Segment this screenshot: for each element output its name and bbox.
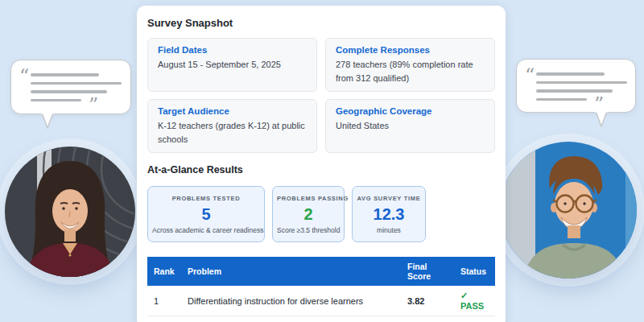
info-label: Target Audience: [158, 106, 307, 116]
stat-sublabel: Across academic & career readiness: [152, 226, 260, 234]
score-cell: 3.67: [401, 316, 454, 322]
quote-line: [536, 98, 587, 101]
score-cell: 3.82: [401, 286, 454, 316]
stat-label: PROBLEMS TESTED: [152, 195, 260, 202]
column-header-rank: Rank: [147, 257, 181, 286]
status-badge: ✓ PASS: [454, 316, 495, 322]
quote-line: [31, 90, 107, 93]
info-value: 278 teachers (89% completion rate from 3…: [336, 58, 485, 85]
rank-cell: 2: [147, 316, 181, 322]
stat-label: PROBLEMS PASSING: [277, 195, 340, 202]
table-row: 2 Providing timely, meaningful feedback …: [147, 316, 495, 322]
avatar-man: [500, 142, 637, 279]
quote-line: [536, 81, 627, 85]
stat-value: 5: [152, 205, 260, 224]
info-grid: Field Dates August 15 - September 5, 202…: [147, 38, 495, 153]
stats-row: PROBLEMS TESTED 5 Across academic & care…: [147, 186, 495, 242]
stat-value: 2: [277, 205, 340, 224]
column-header-problem: Problem: [181, 257, 401, 286]
testimonial-bubble-right: “ ”: [516, 59, 636, 113]
info-box-complete-responses: Complete Responses 278 teachers (89% com…: [325, 38, 495, 92]
info-value: United States: [336, 119, 485, 133]
status-badge: ✓ PASS: [454, 286, 495, 316]
info-label: Complete Responses: [336, 45, 485, 55]
quote-line: [31, 99, 81, 102]
card-title: Survey Snapshot: [147, 17, 495, 29]
info-box-geographic-coverage: Geographic Coverage United States: [325, 99, 495, 153]
quote-line: [31, 73, 99, 76]
problem-cell: Providing timely, meaningful feedback on…: [181, 316, 401, 322]
avatar-woman: [5, 147, 135, 277]
info-value: August 15 - September 5, 2025: [158, 58, 307, 72]
quote-line: [31, 82, 122, 85]
stat-sublabel: Score ≥3.5 threshold: [277, 226, 340, 234]
page-background: “ ” “ ”: [0, 0, 644, 322]
info-box-target-audience: Target Audience K-12 teachers (grades K-…: [147, 99, 317, 153]
stat-sublabel: minutes: [357, 226, 421, 234]
bubble-tail: [40, 112, 56, 130]
quote-line: [536, 89, 613, 93]
stat-card-problems-tested: PROBLEMS TESTED 5 Across academic & care…: [147, 186, 265, 242]
stat-label: AVG SURVEY TIME: [357, 195, 421, 202]
results-table: Rank Problem Final Score Status 1 Differ…: [147, 257, 495, 322]
problem-cell: Differentiating instruction for diverse …: [181, 286, 401, 316]
table-row: 1 Differentiating instruction for divers…: [147, 286, 495, 316]
info-value: K-12 teachers (grades K-12) at public sc…: [158, 119, 307, 146]
rank-cell: 1: [147, 286, 181, 316]
quote-placeholder-lines: ”: [536, 72, 627, 106]
quote-placeholder-lines: ”: [31, 73, 122, 107]
testimonial-bubble-left: “ ”: [10, 60, 131, 114]
info-label: Geographic Coverage: [336, 106, 485, 116]
stat-card-avg-survey-time: AVG SURVEY TIME 12.3 minutes: [352, 186, 426, 242]
stat-value: 12.3: [357, 205, 421, 224]
stat-card-problems-passing: PROBLEMS PASSING 2 Score ≥3.5 threshold: [272, 186, 345, 242]
avatar-man-illustration: [500, 142, 637, 279]
quote-line: [536, 72, 605, 76]
avatar-woman-illustration: [5, 147, 135, 277]
info-label: Field Dates: [158, 45, 307, 55]
column-header-final-score: Final Score: [401, 257, 454, 286]
column-header-status: Status: [454, 257, 495, 286]
bubble-tail: [594, 110, 610, 128]
results-section-title: At-a-Glance Results: [147, 164, 495, 175]
survey-snapshot-card: Survey Snapshot Field Dates August 15 - …: [137, 6, 506, 322]
info-box-field-dates: Field Dates August 15 - September 5, 202…: [147, 38, 317, 92]
table-header-row: Rank Problem Final Score Status: [147, 257, 495, 286]
